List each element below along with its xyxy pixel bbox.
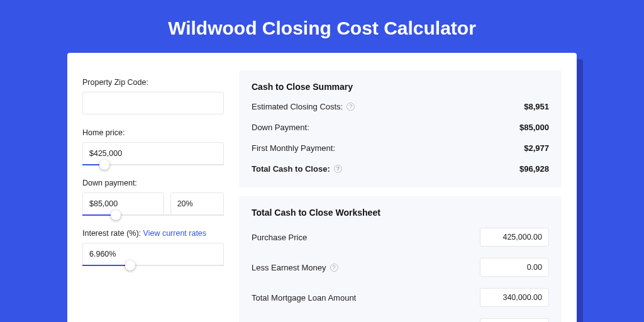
help-icon[interactable]: ? (330, 264, 338, 272)
interest-rate-field: Interest rate (%): View current rates (82, 229, 224, 265)
cash-summary-panel: Cash to Close Summary Estimated Closing … (239, 70, 562, 187)
worksheet-heading: Total Cash to Close Worksheet (252, 208, 549, 218)
summary-row-total: Total Cash to Close:? $96,928 (252, 164, 549, 174)
worksheet-row-loan: Total Mortgage Loan Amount (252, 288, 549, 307)
summary-row-costs: Estimated Closing Costs:? $8,951 (252, 102, 549, 111)
home-price-slider-fill (82, 164, 99, 165)
worksheet-purchase-input[interactable] (480, 228, 549, 247)
inputs-column: Property Zip Code: Home price: Down paym… (82, 70, 224, 322)
summary-value: $8,951 (524, 102, 549, 111)
calculator-card: Property Zip Code: Home price: Down paym… (67, 53, 577, 322)
zip-field: Property Zip Code: (82, 78, 224, 114)
summary-label: Estimated Closing Costs: (252, 102, 343, 111)
zip-input[interactable] (82, 92, 224, 114)
summary-value: $2,977 (524, 143, 549, 153)
worksheet-label: Total Mortgage Loan Amount (252, 293, 356, 303)
summary-row-down: Down Payment: $85,000 (252, 123, 549, 132)
down-payment-slider-fill (82, 214, 111, 216)
summary-heading: Cash to Close Summary (252, 82, 549, 92)
summary-total-value: $96,928 (519, 164, 549, 174)
interest-slider-fill (82, 265, 125, 266)
page-title: Wildwood Closing Cost Calculator (0, 0, 644, 53)
worksheet-row-earnest: Less Earnest Money? (252, 258, 549, 277)
help-icon[interactable]: ? (334, 165, 342, 173)
worksheet-loan-input[interactable] (480, 288, 549, 307)
summary-row-monthly: First Monthly Payment: $2,977 (252, 143, 549, 153)
results-column: Cash to Close Summary Estimated Closing … (239, 70, 562, 322)
home-price-slider-thumb[interactable] (99, 160, 109, 170)
down-payment-input[interactable] (82, 192, 164, 215)
zip-label: Property Zip Code: (82, 78, 224, 87)
interest-rate-input[interactable] (82, 243, 224, 265)
home-price-field: Home price: (82, 128, 224, 165)
down-payment-slider-thumb[interactable] (111, 210, 121, 220)
summary-label: Down Payment: (252, 123, 309, 132)
interest-slider-thumb[interactable] (125, 260, 135, 270)
summary-value: $85,000 (519, 123, 549, 132)
worksheet-row-purchase: Purchase Price (252, 228, 549, 247)
worksheet-label: Less Earnest Money (252, 263, 326, 272)
down-payment-pct-input[interactable] (170, 192, 224, 215)
down-payment-label: Down payment: (82, 179, 224, 187)
view-current-rates-link[interactable]: View current rates (143, 229, 207, 238)
down-payment-field: Down payment: (82, 179, 224, 215)
worksheet-label: Purchase Price (252, 233, 307, 242)
worksheet-panel: Total Cash to Close Worksheet Purchase P… (239, 196, 562, 322)
worksheet-row-second: Total Second Mortgage Amount (252, 318, 549, 322)
help-icon[interactable]: ? (347, 103, 355, 111)
interest-rate-label: Interest rate (%): View current rates (82, 229, 224, 238)
interest-label-text: Interest rate (%): (82, 229, 143, 238)
summary-total-label: Total Cash to Close: (252, 164, 330, 174)
summary-label: First Monthly Payment: (252, 143, 335, 153)
worksheet-earnest-input[interactable] (480, 258, 549, 277)
home-price-label: Home price: (82, 128, 224, 137)
calculator-card-wrap: Property Zip Code: Home price: Down paym… (67, 53, 577, 322)
worksheet-second-input[interactable] (480, 318, 549, 322)
